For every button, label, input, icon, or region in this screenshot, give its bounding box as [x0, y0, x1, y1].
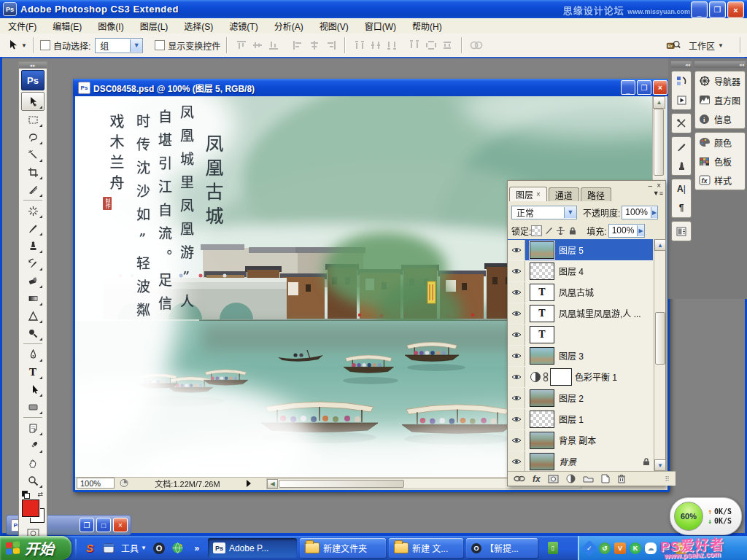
tool-type[interactable]: T	[22, 363, 44, 381]
tray-thunder-icon[interactable]: ✓	[581, 540, 598, 556]
new-adjustment-icon[interactable]	[566, 474, 576, 483]
close-button[interactable]: ×	[727, 1, 744, 18]
default-colors-icon[interactable]	[22, 491, 29, 498]
opacity-field[interactable]: 100% ▶	[622, 206, 658, 219]
task-new-doc[interactable]: 新建 文...	[389, 538, 463, 558]
paragraph-panel-icon[interactable]: ¶	[673, 198, 690, 217]
doc-maximize-button[interactable]: ❐	[637, 80, 651, 95]
auto-align-layers-icon[interactable]	[470, 39, 483, 51]
tool-slice[interactable]	[22, 181, 44, 198]
visibility-eye-icon[interactable]	[508, 282, 525, 303]
character-panel-icon[interactable]: A|	[673, 179, 690, 198]
align-bottom-icon[interactable]	[267, 39, 280, 51]
layer-row-text1[interactable]: T 凤凰古城	[508, 281, 653, 303]
mini-close-button[interactable]: ×	[113, 518, 128, 532]
delete-layer-icon[interactable]	[617, 474, 626, 483]
layer-thumbnail[interactable]	[530, 389, 554, 407]
zoom-level-field[interactable]: 100%	[77, 478, 115, 489]
hscroll-thumb[interactable]	[279, 480, 404, 488]
visibility-eye-icon[interactable]	[508, 346, 525, 366]
panel-menu-icon[interactable]: ▼≡	[653, 190, 663, 197]
layers-scroll-up-icon[interactable]: ▲	[654, 239, 666, 251]
vscroll-thumb[interactable]	[654, 109, 664, 176]
foreground-color-swatch[interactable]	[22, 499, 39, 517]
layer-thumbnail[interactable]	[530, 411, 554, 428]
tab-channels[interactable]: 通道	[549, 187, 579, 201]
layer-row-layer3[interactable]: 图层 3	[508, 345, 653, 367]
navigator-panel-button[interactable]: 导航器	[695, 71, 745, 90]
layers-scroll-down-icon[interactable]: ▼	[654, 459, 666, 471]
fill-field[interactable]: 100% ▶	[608, 224, 645, 238]
tool-shape[interactable]	[22, 398, 44, 416]
align-vcenter-icon[interactable]	[251, 39, 264, 51]
layer-thumbnail[interactable]	[530, 241, 554, 259]
auto-select-checkbox[interactable]	[40, 40, 50, 50]
tab-layers[interactable]: 图层 ×	[509, 187, 547, 201]
mini-restore-button[interactable]: ❐	[80, 518, 94, 532]
menu-filter[interactable]: 滤镜(T)	[221, 20, 266, 32]
layer-row-layer2[interactable]: 图层 2	[508, 387, 653, 409]
lock-position-icon[interactable]	[556, 226, 565, 236]
distribute-left-icon[interactable]	[409, 39, 422, 51]
doc-close-button[interactable]: ×	[653, 80, 667, 95]
visibility-eye-icon[interactable]	[508, 430, 525, 451]
tool-clone-stamp[interactable]	[22, 237, 44, 254]
maximize-button[interactable]: ❐	[709, 1, 726, 18]
menu-view[interactable]: 视图(V)	[311, 20, 357, 32]
align-right-icon[interactable]	[324, 39, 337, 51]
toolbox-grip[interactable]: ◂▸	[19, 62, 47, 69]
doc-minimize-button[interactable]: _	[621, 80, 635, 95]
minimize-button[interactable]: _	[691, 1, 708, 18]
layer-row-color-balance[interactable]: 色彩平衡 1	[508, 366, 653, 388]
distribute-top-icon[interactable]	[353, 39, 366, 51]
scroll-left-icon[interactable]: ◀	[267, 479, 278, 489]
visibility-eye-icon[interactable]	[508, 240, 525, 260]
tool-blur[interactable]	[22, 307, 44, 324]
layers-scroll-thumb[interactable]	[655, 312, 665, 365]
menu-image[interactable]: 图像(I)	[90, 20, 131, 32]
tool-spot-healing[interactable]	[22, 202, 44, 219]
lock-all-icon[interactable]	[568, 226, 577, 236]
panel-minimize-ic on[interactable]: –	[649, 184, 653, 188]
color-panel-button[interactable]: 颜色	[695, 133, 745, 152]
new-layer-icon[interactable]	[601, 474, 610, 483]
type-layer-icon[interactable]: T	[530, 326, 554, 343]
tool-presets-icon[interactable]	[673, 114, 690, 133]
link-layers-icon[interactable]	[514, 475, 525, 482]
layer-row-layer4[interactable]: 图层 4	[508, 260, 653, 282]
menu-analysis[interactable]: 分析(A)	[266, 20, 311, 32]
menu-layer[interactable]: 图层(L)	[132, 20, 177, 32]
layer-row-layer5[interactable]: 图层 5	[508, 239, 653, 261]
start-button[interactable]: 开始	[0, 536, 71, 560]
tool-crop[interactable]	[22, 163, 44, 181]
mask-link-icon[interactable]	[543, 372, 549, 382]
layer-row-background[interactable]: 背景	[508, 451, 653, 471]
tool-hand[interactable]	[22, 454, 44, 472]
info-panel-button[interactable]: i 信息	[695, 109, 745, 128]
add-mask-icon[interactable]	[548, 475, 559, 483]
tray-antivirus-icon[interactable]: V	[614, 542, 626, 554]
browser-icon[interactable]	[101, 541, 116, 556]
adjustment-layer-icon[interactable]	[530, 371, 541, 383]
task-new-folder[interactable]: 新建文件夹	[300, 538, 386, 558]
panel-close-icon[interactable]: ×	[657, 184, 661, 188]
distribute-vcenter-icon[interactable]	[369, 39, 382, 51]
distribute-hcenter-icon[interactable]	[425, 39, 438, 51]
tools-menu[interactable]: 工具 ▼	[121, 542, 147, 554]
tool-gradient[interactable]	[22, 289, 44, 307]
show-transform-checkbox[interactable]	[155, 40, 165, 50]
menu-file[interactable]: 文件(F)	[0, 20, 44, 32]
quicklaunch-overflow-icon[interactable]: »	[190, 541, 204, 556]
distribute-bottom-icon[interactable]	[385, 39, 398, 51]
layers-scrollbar[interactable]: ▲ ▼	[654, 239, 665, 471]
dock-collapse-icon[interactable]: ◂◂	[671, 61, 692, 68]
tool-zoom[interactable]	[22, 472, 44, 489]
actions-panel-icon[interactable]	[673, 90, 690, 109]
new-group-icon[interactable]	[583, 475, 594, 483]
layer-thumbnail[interactable]	[530, 432, 554, 449]
layer-thumbnail[interactable]	[530, 347, 554, 365]
tool-brush[interactable]	[22, 219, 44, 237]
status-flyout-icon[interactable]	[246, 480, 252, 487]
distribute-right-icon[interactable]	[441, 39, 454, 51]
type-layer-icon[interactable]: T	[530, 305, 554, 322]
